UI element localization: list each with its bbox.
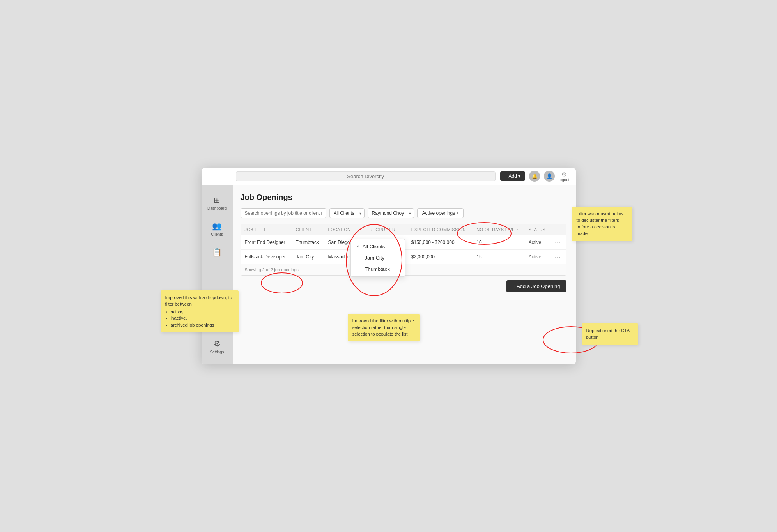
filters-row: All Clients Raymond Choy Active openings — [241, 208, 566, 218]
actions-cell[interactable]: ··· — [550, 235, 566, 249]
search-input[interactable] — [236, 171, 496, 181]
recruiter-filter-wrap[interactable]: Raymond Choy — [368, 208, 414, 218]
job-title-cell: Fullstack Developer — [241, 249, 292, 264]
row-actions-button[interactable]: ··· — [554, 254, 561, 260]
active-openings-label: Active openings — [422, 210, 455, 216]
dropdown-item-all-clients[interactable]: ✓ All Clients — [351, 241, 405, 252]
col-commission: EXPECTED COMMISSION — [407, 224, 473, 235]
clients-filter-wrap[interactable]: All Clients — [329, 208, 365, 218]
main-layout: ⊞ Dashboard 👥 Clients 📋 ✉ Emails ⚙ Se — [202, 185, 576, 364]
days-live-cell: 15 — [473, 249, 524, 264]
top-bar: + Add ▾ 🔔 👤 ⎋ logout — [202, 168, 576, 185]
job-search-input[interactable] — [241, 208, 326, 218]
col-client: CLIENT — [292, 224, 324, 235]
logout-button[interactable]: ⎋ logout — [559, 171, 569, 182]
settings-icon: ⚙ — [214, 339, 221, 348]
job-title-cell: Front End Designer — [241, 235, 292, 249]
dashboard-icon: ⊞ — [214, 195, 220, 205]
dropdown-item-thumbtack[interactable]: Thumbtack — [351, 263, 405, 275]
col-job-title: JOB TITLE — [241, 224, 292, 235]
col-actions — [550, 224, 566, 235]
sidebar-label-dashboard: Dashboard — [207, 206, 227, 210]
add-button[interactable]: + Add ▾ — [500, 171, 525, 181]
content-area: Job Openings All Clients Raymond Choy — [233, 185, 576, 364]
row-actions-button[interactable]: ··· — [554, 239, 561, 246]
sidebar-label-clients: Clients — [211, 232, 223, 237]
status-cell: Active — [525, 249, 550, 264]
clients-dropdown: ✓ All Clients Jam City Thumbtack — [350, 239, 405, 277]
sidebar-item-clients[interactable]: 👥 Clients — [202, 217, 233, 240]
chevron-down-icon: ▾ — [457, 211, 458, 215]
annotation-note-4: Repositioned the CTA button — [582, 323, 638, 345]
status-cell: Active — [525, 235, 550, 249]
clients-filter[interactable]: All Clients — [329, 208, 365, 218]
client-cell: Jam City — [292, 249, 324, 264]
commission-cell: $2,000,000 — [407, 249, 473, 264]
sidebar: ⊞ Dashboard 👥 Clients 📋 ✉ Emails ⚙ Se — [202, 185, 233, 364]
status-filter-wrap: Active openings ▾ — [417, 208, 464, 218]
days-live-cell: 10 — [473, 235, 524, 249]
dropdown-item-jam-city[interactable]: Jam City — [351, 252, 405, 263]
col-status: STATUS — [525, 224, 550, 235]
commission-cell: $150,000 - $200,000 — [407, 235, 473, 249]
clients-icon: 👥 — [212, 221, 222, 231]
avatar[interactable]: 👤 — [544, 171, 555, 182]
status-filter[interactable]: Active openings ▾ — [417, 208, 464, 218]
col-days-live[interactable]: NO OF DAYS LIVE ↑ — [473, 224, 524, 235]
col-location: LOCATION — [324, 224, 366, 235]
table-header-row: JOB TITLE CLIENT LOCATION RECRUITER EXPE… — [241, 224, 566, 235]
col-recruiter: RECRUITER — [365, 224, 407, 235]
jobs-icon: 📋 — [212, 247, 222, 257]
annotation-note-2: Improved the filter with multiple select… — [348, 314, 420, 342]
notification-icon[interactable]: 🔔 — [529, 171, 540, 182]
page-title: Job Openings — [241, 193, 566, 202]
note1-list: active, inactive, archived job openings — [171, 308, 234, 329]
add-job-button[interactable]: + Add a Job Opening — [506, 280, 566, 292]
client-cell: Thumbtack — [292, 235, 324, 249]
sidebar-label-settings: Settings — [210, 350, 224, 354]
annotation-note-3: Filter was moved below to decluster the … — [572, 207, 632, 241]
annotation-note-1: Improved this with a dropdown, to filter… — [161, 290, 239, 332]
recruiter-filter[interactable]: Raymond Choy — [368, 208, 414, 218]
sidebar-item-dashboard[interactable]: ⊞ Dashboard — [202, 191, 233, 214]
sidebar-item-settings[interactable]: ⚙ Settings — [202, 335, 233, 358]
sidebar-item-jobs[interactable]: 📋 — [202, 244, 233, 261]
check-icon: ✓ — [356, 244, 360, 249]
actions-cell[interactable]: ··· — [550, 249, 566, 264]
